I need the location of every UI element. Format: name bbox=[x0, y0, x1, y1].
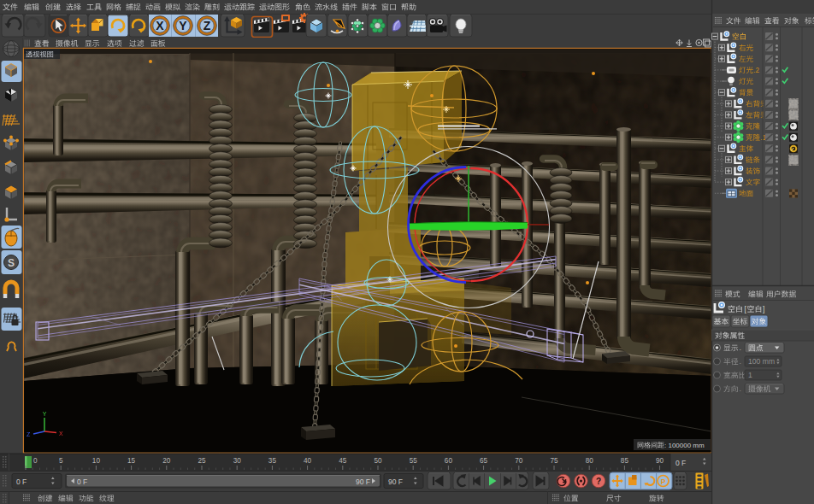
svg-text:40: 40 bbox=[304, 457, 312, 465]
svg-text:85: 85 bbox=[621, 457, 629, 465]
svg-text:5: 5 bbox=[59, 457, 63, 465]
svg-text:10: 10 bbox=[92, 457, 101, 465]
svg-text:45: 45 bbox=[339, 457, 347, 465]
svg-text:.: . bbox=[740, 343, 742, 352]
svg-text:75: 75 bbox=[550, 457, 558, 465]
svg-text:80: 80 bbox=[586, 457, 594, 465]
svg-text:65: 65 bbox=[480, 457, 488, 465]
svg-text:70: 70 bbox=[515, 457, 523, 465]
svg-text:0 F: 0 F bbox=[77, 478, 87, 486]
svg-text:90 F: 90 F bbox=[356, 478, 370, 486]
svg-text:.: . bbox=[740, 357, 742, 366]
svg-text:1: 1 bbox=[748, 371, 752, 379]
svg-text:35: 35 bbox=[268, 457, 277, 465]
svg-text:Y: Y bbox=[43, 411, 47, 417]
svg-text:Z: Z bbox=[204, 19, 211, 32]
svg-text:Z: Z bbox=[27, 431, 31, 437]
svg-text:]: ] bbox=[763, 305, 764, 314]
svg-text:50: 50 bbox=[374, 457, 382, 465]
svg-text:15: 15 bbox=[127, 457, 136, 465]
svg-text:: 100000 mm: : 100000 mm bbox=[664, 442, 705, 449]
svg-text:30: 30 bbox=[233, 457, 242, 465]
svg-text:X: X bbox=[59, 431, 63, 437]
svg-text:0 F: 0 F bbox=[16, 478, 27, 486]
svg-text:X: X bbox=[156, 19, 164, 32]
svg-text:25: 25 bbox=[198, 457, 206, 465]
svg-text:.: . bbox=[740, 384, 742, 393]
svg-text:100 mm: 100 mm bbox=[748, 357, 775, 366]
svg-text:0 F: 0 F bbox=[675, 459, 686, 467]
svg-text:P: P bbox=[661, 478, 666, 486]
svg-text:Y: Y bbox=[179, 19, 187, 32]
svg-text:90 F: 90 F bbox=[388, 478, 403, 486]
svg-text:20: 20 bbox=[162, 457, 171, 465]
svg-text:?: ? bbox=[596, 477, 601, 486]
svg-text:0: 0 bbox=[33, 457, 38, 465]
svg-text:55: 55 bbox=[410, 457, 418, 465]
svg-text:90: 90 bbox=[656, 457, 664, 465]
svg-text:60: 60 bbox=[445, 457, 453, 465]
svg-text:S: S bbox=[8, 257, 15, 269]
svg-text:.2: .2 bbox=[753, 67, 759, 74]
